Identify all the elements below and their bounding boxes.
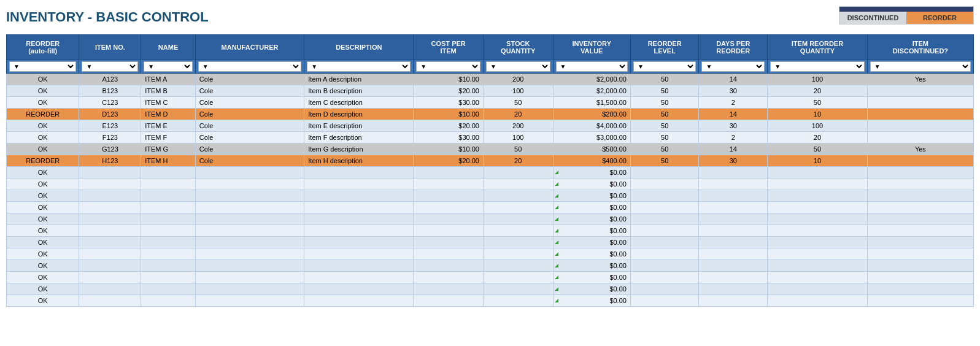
cell-stockqty bbox=[483, 260, 553, 272]
cell-description bbox=[304, 190, 414, 202]
filter-dropdown-itemno[interactable]: ▼ bbox=[82, 61, 138, 72]
filter-dropdown-stockqty[interactable]: ▼ bbox=[486, 61, 550, 72]
table-row: OK$0.00 bbox=[7, 237, 974, 248]
cell-manufacturer: Cole bbox=[195, 120, 304, 132]
cell-daysperreorder: 14 bbox=[699, 109, 768, 120]
cell-itemno bbox=[79, 225, 141, 237]
cell-itemno bbox=[79, 295, 141, 307]
cell-daysperreorder: 2 bbox=[699, 97, 768, 109]
green-triangle-icon bbox=[555, 264, 558, 267]
inventory-table: REORDER(auto-fill) ITEM NO. NAME MANUFAC… bbox=[6, 34, 974, 307]
cell-itemno bbox=[79, 179, 141, 190]
table-row: OK$0.00 bbox=[7, 179, 974, 190]
table-row: OK$0.00 bbox=[7, 295, 974, 307]
cell-invvalue: $2,000.00 bbox=[553, 74, 630, 85]
cell-description: Item A description bbox=[304, 74, 414, 85]
cell-cost bbox=[414, 295, 484, 307]
table-row: OK$0.00 bbox=[7, 248, 974, 260]
cell-stockqty bbox=[483, 225, 553, 237]
filter-discontinued[interactable]: ▼ bbox=[867, 60, 973, 74]
filter-dropdown-manufacturer[interactable]: ▼ bbox=[198, 61, 301, 72]
cell-stockqty bbox=[483, 295, 553, 307]
cell-reorder: OK bbox=[7, 179, 79, 190]
cell-itemno: H123 bbox=[79, 155, 141, 167]
filter-daysperreorder[interactable]: ▼ bbox=[699, 60, 768, 74]
cell-description: Item D description bbox=[304, 109, 414, 120]
cell-cost: $30.00 bbox=[414, 97, 484, 109]
cell-name bbox=[141, 190, 196, 202]
cell-stockqty: 200 bbox=[483, 74, 553, 85]
filter-dropdown-cost[interactable]: ▼ bbox=[416, 61, 480, 72]
cell-reorderlevel bbox=[630, 225, 698, 237]
cell-cost: $10.00 bbox=[414, 74, 484, 85]
cell-stockqty bbox=[483, 248, 553, 260]
cell-cost: $20.00 bbox=[414, 85, 484, 97]
cell-invvalue: $0.00 bbox=[553, 237, 630, 248]
cell-discontinued bbox=[867, 97, 973, 109]
filter-cost[interactable]: ▼ bbox=[414, 60, 484, 74]
filter-stockqty[interactable]: ▼ bbox=[483, 60, 553, 74]
cell-manufacturer: Cole bbox=[195, 85, 304, 97]
cell-reorder: OK bbox=[7, 225, 79, 237]
filter-reorder[interactable]: ▼ bbox=[7, 60, 79, 74]
top-bar: INVENTORY - BASIC CONTROL DISCONTINUED R… bbox=[6, 6, 974, 28]
cell-cost bbox=[414, 167, 484, 179]
cell-manufacturer bbox=[195, 295, 304, 307]
cell-invvalue: $500.00 bbox=[553, 144, 630, 155]
filter-dropdown-reorder[interactable]: ▼ bbox=[9, 61, 76, 72]
cell-invvalue: $4,000.00 bbox=[553, 120, 630, 132]
cell-stockqty: 20 bbox=[483, 109, 553, 120]
filter-reorderlevel[interactable]: ▼ bbox=[630, 60, 698, 74]
cell-itemreorderqty: 100 bbox=[768, 74, 868, 85]
filter-dropdown-reorderlevel[interactable]: ▼ bbox=[633, 61, 696, 72]
cell-itemno bbox=[79, 213, 141, 225]
filter-itemreorderqty[interactable]: ▼ bbox=[768, 60, 868, 74]
cell-reorderlevel bbox=[630, 295, 698, 307]
cell-daysperreorder bbox=[699, 260, 768, 272]
filter-name[interactable]: ▼ bbox=[141, 60, 196, 74]
cell-discontinued bbox=[867, 225, 973, 237]
cell-cost bbox=[414, 190, 484, 202]
cell-itemreorderqty: 10 bbox=[768, 109, 868, 120]
cell-itemreorderqty bbox=[768, 202, 868, 213]
cell-name bbox=[141, 237, 196, 248]
cell-daysperreorder bbox=[699, 237, 768, 248]
cell-itemno bbox=[79, 260, 141, 272]
cell-itemno bbox=[79, 190, 141, 202]
cell-daysperreorder: 30 bbox=[699, 120, 768, 132]
green-triangle-icon bbox=[555, 171, 558, 174]
filter-dropdown-description[interactable]: ▼ bbox=[307, 61, 411, 72]
cell-stockqty bbox=[483, 213, 553, 225]
filter-invvalue[interactable]: ▼ bbox=[553, 60, 630, 74]
table-header-row: REORDER(auto-fill) ITEM NO. NAME MANUFAC… bbox=[7, 35, 974, 60]
filter-dropdown-daysperreorder[interactable]: ▼ bbox=[701, 61, 765, 72]
cell-reorder: OK bbox=[7, 237, 79, 248]
filter-dropdown-itemreorderqty[interactable]: ▼ bbox=[770, 61, 865, 72]
cell-itemreorderqty: 10 bbox=[768, 155, 868, 167]
cell-cost bbox=[414, 213, 484, 225]
cell-name bbox=[141, 213, 196, 225]
table-row: OK$0.00 bbox=[7, 272, 974, 283]
cell-itemno bbox=[79, 167, 141, 179]
cell-cost bbox=[414, 248, 484, 260]
table-container: REORDER(auto-fill) ITEM NO. NAME MANUFAC… bbox=[6, 34, 974, 307]
cell-reorder: OK bbox=[7, 167, 79, 179]
cell-manufacturer bbox=[195, 248, 304, 260]
cell-manufacturer bbox=[195, 213, 304, 225]
cell-discontinued bbox=[867, 248, 973, 260]
cell-reorderlevel bbox=[630, 283, 698, 295]
filter-description[interactable]: ▼ bbox=[304, 60, 414, 74]
cell-invvalue: $1,500.00 bbox=[553, 97, 630, 109]
green-triangle-icon bbox=[555, 229, 558, 233]
cell-name bbox=[141, 179, 196, 190]
filter-dropdown-discontinued[interactable]: ▼ bbox=[870, 61, 971, 72]
cell-manufacturer: Cole bbox=[195, 144, 304, 155]
cell-stockqty: 50 bbox=[483, 97, 553, 109]
filter-manufacturer[interactable]: ▼ bbox=[195, 60, 304, 74]
cell-itemreorderqty: 20 bbox=[768, 85, 868, 97]
filter-dropdown-name[interactable]: ▼ bbox=[144, 61, 193, 72]
cell-daysperreorder: 30 bbox=[699, 85, 768, 97]
filter-dropdown-invvalue[interactable]: ▼ bbox=[556, 61, 628, 72]
cell-description bbox=[304, 202, 414, 213]
filter-itemno[interactable]: ▼ bbox=[79, 60, 141, 74]
